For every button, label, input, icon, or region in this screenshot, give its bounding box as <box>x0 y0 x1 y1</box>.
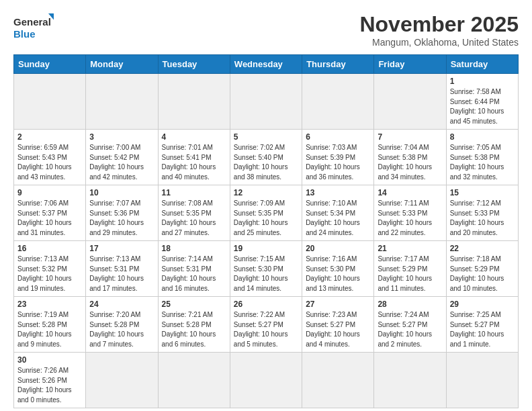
calendar-cell <box>446 353 518 408</box>
calendar-week-3: 9Sunrise: 7:06 AMSunset: 5:37 PMDaylight… <box>14 185 519 241</box>
calendar-cell: 27Sunrise: 7:23 AMSunset: 5:27 PMDayligh… <box>302 297 374 353</box>
calendar-cell: 5Sunrise: 7:02 AMSunset: 5:40 PMDaylight… <box>230 130 302 185</box>
calendar-cell: 7Sunrise: 7:04 AMSunset: 5:38 PMDaylight… <box>374 130 446 185</box>
day-number: 2 <box>17 132 82 142</box>
day-info: Sunrise: 7:18 AMSunset: 5:29 PMDaylight:… <box>450 255 515 293</box>
calendar-cell: 24Sunrise: 7:20 AMSunset: 5:28 PMDayligh… <box>86 297 158 353</box>
day-info: Sunrise: 7:19 AMSunset: 5:28 PMDaylight:… <box>17 310 82 349</box>
day-number: 15 <box>450 188 515 197</box>
day-number: 9 <box>17 188 82 197</box>
day-number: 13 <box>306 188 370 197</box>
day-number: 18 <box>162 244 226 253</box>
calendar-cell: 17Sunrise: 7:13 AMSunset: 5:31 PMDayligh… <box>86 241 158 297</box>
weekday-header-friday: Friday <box>374 55 446 74</box>
day-info: Sunrise: 7:08 AMSunset: 5:35 PMDaylight:… <box>162 199 226 238</box>
day-number: 22 <box>450 244 515 253</box>
day-info: Sunrise: 7:13 AMSunset: 5:31 PMDaylight:… <box>89 255 154 293</box>
day-number: 23 <box>17 300 82 309</box>
header-area: General Blue November 2025 Mangum, Oklah… <box>13 12 519 48</box>
calendar: SundayMondayTuesdayWednesdayThursdayFrid… <box>13 54 519 408</box>
day-number: 6 <box>306 132 370 142</box>
title-area: November 2025 Mangum, Oklahoma, United S… <box>359 12 519 48</box>
calendar-cell: 9Sunrise: 7:06 AMSunset: 5:37 PMDaylight… <box>14 185 86 241</box>
calendar-cell: 8Sunrise: 7:05 AMSunset: 5:38 PMDaylight… <box>446 130 518 185</box>
weekday-header-saturday: Saturday <box>446 55 518 74</box>
day-number: 5 <box>234 132 298 142</box>
day-number: 1 <box>450 77 515 86</box>
day-info: Sunrise: 7:21 AMSunset: 5:28 PMDaylight:… <box>162 310 226 349</box>
day-info: Sunrise: 7:10 AMSunset: 5:34 PMDaylight:… <box>306 199 370 238</box>
calendar-cell: 2Sunrise: 6:59 AMSunset: 5:43 PMDaylight… <box>14 130 86 185</box>
calendar-cell: 10Sunrise: 7:07 AMSunset: 5:36 PMDayligh… <box>86 185 158 241</box>
day-info: Sunrise: 7:09 AMSunset: 5:35 PMDaylight:… <box>234 199 298 238</box>
calendar-week-4: 16Sunrise: 7:13 AMSunset: 5:32 PMDayligh… <box>14 241 519 297</box>
calendar-cell: 21Sunrise: 7:17 AMSunset: 5:29 PMDayligh… <box>374 241 446 297</box>
day-info: Sunrise: 7:58 AMSunset: 6:44 PMDaylight:… <box>450 87 515 126</box>
day-number: 26 <box>234 300 298 309</box>
calendar-cell <box>158 353 230 408</box>
day-number: 12 <box>234 188 298 197</box>
calendar-cell: 11Sunrise: 7:08 AMSunset: 5:35 PMDayligh… <box>158 185 230 241</box>
day-number: 30 <box>17 355 82 365</box>
calendar-cell <box>230 74 302 130</box>
location-title: Mangum, Oklahoma, United States <box>359 37 519 48</box>
calendar-cell: 1Sunrise: 7:58 AMSunset: 6:44 PMDaylight… <box>446 74 518 130</box>
calendar-cell <box>302 353 374 408</box>
calendar-week-1: 1Sunrise: 7:58 AMSunset: 6:44 PMDaylight… <box>14 74 519 130</box>
calendar-cell: 4Sunrise: 7:01 AMSunset: 5:41 PMDaylight… <box>158 130 230 185</box>
calendar-cell: 16Sunrise: 7:13 AMSunset: 5:32 PMDayligh… <box>14 241 86 297</box>
day-info: Sunrise: 7:15 AMSunset: 5:30 PMDaylight:… <box>234 255 298 293</box>
day-info: Sunrise: 7:13 AMSunset: 5:32 PMDaylight:… <box>17 255 82 293</box>
month-title: November 2025 <box>359 12 519 37</box>
day-info: Sunrise: 7:07 AMSunset: 5:36 PMDaylight:… <box>89 199 154 238</box>
day-info: Sunrise: 7:23 AMSunset: 5:27 PMDaylight:… <box>306 310 370 349</box>
day-info: Sunrise: 7:22 AMSunset: 5:27 PMDaylight:… <box>234 310 298 349</box>
day-info: Sunrise: 7:00 AMSunset: 5:42 PMDaylight:… <box>89 143 154 182</box>
calendar-cell: 20Sunrise: 7:16 AMSunset: 5:30 PMDayligh… <box>302 241 374 297</box>
day-number: 29 <box>450 300 515 309</box>
calendar-cell <box>302 74 374 130</box>
day-info: Sunrise: 7:25 AMSunset: 5:27 PMDaylight:… <box>450 310 515 349</box>
calendar-cell: 14Sunrise: 7:11 AMSunset: 5:33 PMDayligh… <box>374 185 446 241</box>
day-number: 11 <box>162 188 226 197</box>
day-info: Sunrise: 7:02 AMSunset: 5:40 PMDaylight:… <box>234 143 298 182</box>
calendar-header-row: SundayMondayTuesdayWednesdayThursdayFrid… <box>14 55 519 74</box>
day-number: 24 <box>89 300 154 309</box>
day-number: 20 <box>306 244 370 253</box>
calendar-cell <box>86 353 158 408</box>
day-number: 14 <box>378 188 442 197</box>
day-number: 4 <box>162 132 226 142</box>
calendar-cell: 23Sunrise: 7:19 AMSunset: 5:28 PMDayligh… <box>14 297 86 353</box>
day-info: Sunrise: 7:14 AMSunset: 5:31 PMDaylight:… <box>162 255 226 293</box>
day-info: Sunrise: 7:12 AMSunset: 5:33 PMDaylight:… <box>450 199 515 238</box>
svg-text:Blue: Blue <box>13 28 36 40</box>
calendar-cell <box>14 74 86 130</box>
calendar-cell: 28Sunrise: 7:24 AMSunset: 5:27 PMDayligh… <box>374 297 446 353</box>
calendar-cell: 6Sunrise: 7:03 AMSunset: 5:39 PMDaylight… <box>302 130 374 185</box>
weekday-header-sunday: Sunday <box>14 55 86 74</box>
calendar-cell: 19Sunrise: 7:15 AMSunset: 5:30 PMDayligh… <box>230 241 302 297</box>
weekday-header-tuesday: Tuesday <box>158 55 230 74</box>
calendar-week-5: 23Sunrise: 7:19 AMSunset: 5:28 PMDayligh… <box>14 297 519 353</box>
day-info: Sunrise: 7:26 AMSunset: 5:26 PMDaylight:… <box>17 366 82 405</box>
day-number: 7 <box>378 132 442 142</box>
calendar-cell: 30Sunrise: 7:26 AMSunset: 5:26 PMDayligh… <box>14 353 86 408</box>
calendar-cell: 18Sunrise: 7:14 AMSunset: 5:31 PMDayligh… <box>158 241 230 297</box>
day-info: Sunrise: 7:01 AMSunset: 5:41 PMDaylight:… <box>162 143 226 182</box>
page: General Blue November 2025 Mangum, Oklah… <box>0 0 532 411</box>
calendar-cell <box>158 74 230 130</box>
day-info: Sunrise: 7:06 AMSunset: 5:37 PMDaylight:… <box>17 199 82 238</box>
calendar-cell: 12Sunrise: 7:09 AMSunset: 5:35 PMDayligh… <box>230 185 302 241</box>
calendar-cell: 22Sunrise: 7:18 AMSunset: 5:29 PMDayligh… <box>446 241 518 297</box>
logo: General Blue <box>13 12 54 42</box>
day-number: 19 <box>234 244 298 253</box>
weekday-header-thursday: Thursday <box>302 55 374 74</box>
calendar-week-6: 30Sunrise: 7:26 AMSunset: 5:26 PMDayligh… <box>14 353 519 408</box>
calendar-cell: 13Sunrise: 7:10 AMSunset: 5:34 PMDayligh… <box>302 185 374 241</box>
day-info: Sunrise: 7:04 AMSunset: 5:38 PMDaylight:… <box>378 143 442 182</box>
day-number: 28 <box>378 300 442 309</box>
day-number: 10 <box>89 188 154 197</box>
day-number: 27 <box>306 300 370 309</box>
day-info: Sunrise: 7:17 AMSunset: 5:29 PMDaylight:… <box>378 255 442 293</box>
svg-text:General: General <box>13 16 51 28</box>
